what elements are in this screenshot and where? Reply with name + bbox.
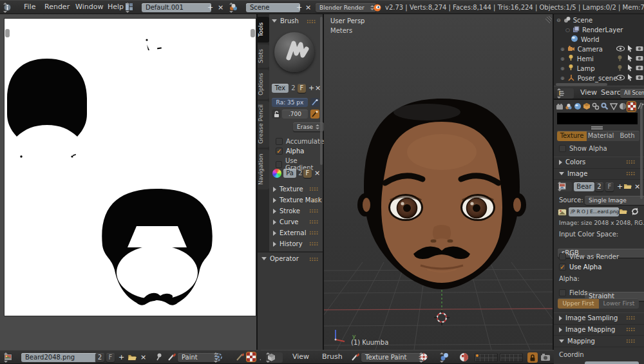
stroke-panel-header[interactable]: Stroke — [273, 207, 300, 215]
menu-file[interactable]: File — [19, 1, 40, 14]
uv-scroller-left[interactable] — [5, 29, 10, 37]
outliner-row-hemi[interactable]: ⊕ Hemi — [560, 54, 594, 63]
outliner-row-lamp[interactable]: ⊕ Lamp — [560, 64, 595, 73]
selectable-cursor-icon[interactable] — [627, 74, 634, 82]
disclosure-icon[interactable]: ⊖ — [556, 17, 561, 23]
reload-image-icon[interactable] — [630, 207, 639, 217]
visibility-eye-icon[interactable] — [616, 75, 625, 82]
tab-render-icon[interactable] — [555, 102, 564, 111]
renderable-camera-icon[interactable] — [636, 45, 643, 53]
tab-data-icon[interactable] — [609, 102, 618, 111]
clipped-next-field[interactable] — [585, 361, 639, 364]
show-alpha-checkbox[interactable]: Show Alpha — [559, 145, 607, 152]
menu-window[interactable]: Window — [71, 1, 108, 14]
texture-panel-header[interactable]: Texture — [273, 186, 303, 193]
viewport-menu-view[interactable]: View — [288, 350, 314, 363]
image-mapping-panel-header[interactable]: Image Mapping — [559, 326, 615, 333]
panel-grip-icon[interactable] — [309, 187, 319, 191]
preview-texture-button[interactable]: Texture — [557, 131, 587, 141]
scene-layers-grid-2[interactable] — [500, 353, 523, 362]
open-image-icon[interactable] — [623, 182, 632, 191]
panel-grip-icon[interactable] — [626, 160, 636, 164]
brush-texture-add[interactable]: + — [308, 84, 314, 93]
properties-editor[interactable]: Texture Material Both Show Alpha Colors … — [554, 100, 644, 364]
viewport-3d[interactable]: User Persp Meters y (1) Kuumba — [324, 14, 554, 350]
scene-delete-button[interactable]: × — [305, 3, 311, 12]
preview-both-button[interactable]: Both — [615, 131, 639, 141]
brush-radius-slider[interactable]: Ra: 35 px — [272, 98, 308, 107]
uv-image-editor[interactable] — [0, 14, 258, 350]
source-dropdown[interactable]: Single Image — [585, 196, 644, 205]
panel-grip-icon[interactable] — [626, 327, 636, 332]
image-new-button[interactable]: + — [617, 182, 623, 191]
preview-resize-handle[interactable] — [591, 126, 603, 128]
layout-delete-button[interactable]: × — [218, 3, 223, 12]
tab-options[interactable]: Options — [258, 70, 269, 99]
tab-texture-icon[interactable] — [627, 102, 636, 111]
use-alpha-checkbox[interactable]: ✓ Use Alpha — [559, 263, 601, 271]
operator-panel-header[interactable]: Operator — [261, 255, 299, 262]
menu-help[interactable]: Help — [103, 1, 128, 14]
layout-add-button[interactable]: + — [207, 3, 213, 12]
render-engine-dropdown[interactable]: Blender Render — [316, 3, 376, 12]
palette-name-field[interactable]: Pa — [283, 169, 296, 178]
tab-grease-pencil[interactable]: Grease Pencil — [258, 101, 269, 148]
editor-type-button[interactable] — [3, 3, 17, 13]
texture-preview[interactable] — [557, 113, 638, 124]
uv-canvas[interactable] — [5, 19, 256, 316]
disclosure-icon[interactable]: ⊕ — [560, 75, 565, 81]
outliner-row-renderlayer[interactable]: ○ RenderLayer — [565, 25, 623, 34]
brush-preview[interactable] — [274, 32, 314, 72]
image-name-field[interactable]: Bear — [574, 182, 594, 191]
external-panel-header[interactable]: External — [273, 229, 307, 236]
panel-grip-icon[interactable] — [309, 220, 319, 224]
scene-add-button[interactable]: + — [296, 3, 302, 12]
uv-draw-toggle-icon[interactable] — [236, 353, 245, 363]
layout-browse-button[interactable] — [126, 3, 140, 13]
tab-scene-icon[interactable] — [564, 102, 573, 111]
visibility-eye-icon[interactable] — [616, 46, 625, 53]
palette-color-wheel-icon[interactable] — [272, 169, 281, 178]
tab-world-icon[interactable] — [573, 102, 582, 111]
tool-shelf-scrollbar[interactable] — [320, 17, 323, 165]
brush-texture-fake-user[interactable]: F — [298, 84, 306, 93]
strength-lock-icon[interactable] — [272, 110, 281, 119]
palette-fake-user[interactable]: F — [303, 169, 312, 178]
manipulator-dropdown[interactable] — [440, 352, 455, 363]
outliner-display-dropdown[interactable]: All Scenes — [620, 89, 644, 98]
image-unlink-button[interactable]: × — [634, 182, 640, 191]
lock-layers-icon[interactable] — [527, 352, 538, 363]
image-new-button[interactable]: + — [118, 353, 124, 362]
properties-scrollbar[interactable] — [640, 102, 643, 199]
layout-name-field[interactable]: Default.001 — [142, 3, 211, 12]
tab-tools[interactable]: Tools — [258, 17, 269, 43]
image-users-count[interactable]: 2 — [95, 353, 104, 362]
selectable-cursor-icon[interactable] — [627, 55, 634, 63]
palette-unlink[interactable]: × — [314, 169, 320, 178]
tab-constraints-icon[interactable] — [591, 102, 600, 111]
outliner-row-world[interactable]: World — [571, 35, 600, 44]
uv-paint-mask-toggle-icon[interactable] — [247, 352, 256, 361]
selectable-cursor-icon[interactable] — [627, 45, 634, 53]
renderable-camera-icon[interactable] — [636, 55, 643, 62]
preview-material-button[interactable]: Material — [587, 131, 615, 141]
strength-pressure-toggle-icon[interactable] — [310, 110, 319, 119]
upper-first-button[interactable]: Upper First — [558, 298, 599, 309]
uv-pivot-dropdown[interactable] — [214, 352, 231, 363]
brush-texture-users[interactable]: 2 — [289, 84, 298, 93]
open-image-icon[interactable] — [128, 353, 137, 363]
brush-panel-header[interactable]: Brush — [272, 17, 299, 24]
uv-scroller-right[interactable] — [251, 29, 255, 37]
panel-grip-icon[interactable] — [626, 171, 636, 176]
selectable-cursor-icon[interactable] — [627, 64, 634, 73]
scene-name-field[interactable]: Scene — [246, 3, 300, 12]
mode-dropdown[interactable]: Texture Paint — [361, 353, 424, 362]
panel-grip-icon[interactable] — [309, 257, 319, 262]
image-fake-user-button[interactable]: F — [605, 182, 614, 191]
lower-first-button[interactable]: Lower First — [599, 298, 639, 309]
renderable-camera-icon[interactable] — [636, 64, 643, 72]
scene-browse-button[interactable] — [229, 3, 245, 13]
panel-grip-icon[interactable] — [307, 19, 316, 24]
image-sampling-panel-header[interactable]: Image Sampling — [559, 314, 618, 321]
image-panel-header[interactable]: Image — [559, 170, 587, 177]
